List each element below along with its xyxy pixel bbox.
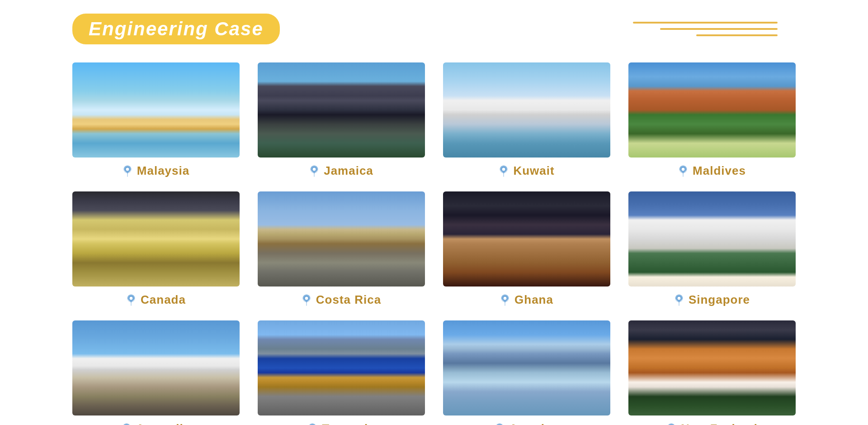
label-newzealand: New Zealand: [666, 422, 758, 425]
location-pin-icon-newzealand: [666, 423, 676, 425]
location-pin-icon-costarica: [302, 294, 311, 306]
country-name-america: America: [509, 422, 559, 425]
country-name-tanzania: Tanzania: [322, 422, 375, 425]
country-name-costarica: Costa Rica: [316, 293, 381, 307]
image-australia: [72, 320, 240, 415]
label-america: America: [495, 422, 559, 425]
image-america: [443, 320, 610, 415]
image-ghana: [443, 191, 610, 287]
location-pin-icon-canada: [126, 294, 136, 306]
engineering-case-grid: Malaysia Jamaica Kuwait Maldives Canada: [72, 62, 796, 425]
card-tanzania[interactable]: Tanzania: [258, 320, 425, 425]
card-maldives[interactable]: Maldives: [628, 62, 796, 178]
deco-line-2: [660, 28, 778, 30]
image-inner-singapore: [628, 191, 796, 287]
card-canada[interactable]: Canada: [72, 191, 240, 307]
country-name-singapore: Singapore: [689, 293, 750, 307]
card-ghana[interactable]: Ghana: [443, 191, 610, 307]
image-inner-america: [443, 320, 610, 415]
card-america[interactable]: America: [443, 320, 610, 425]
image-inner-costarica: [258, 191, 425, 287]
card-newzealand[interactable]: New Zealand: [628, 320, 796, 425]
label-australia: Australia: [122, 422, 190, 425]
country-name-kuwait: Kuwait: [513, 164, 554, 178]
label-jamaica: Jamaica: [309, 164, 373, 178]
country-name-ghana: Ghana: [514, 293, 553, 307]
label-costarica: Costa Rica: [302, 293, 381, 307]
image-inner-malaysia: [72, 62, 240, 158]
svg-point-14: [130, 296, 133, 300]
image-inner-kuwait: [443, 62, 610, 158]
page-wrapper: Engineering Case Malaysia Jamaica Kuw: [0, 0, 868, 425]
location-pin-icon-ghana: [500, 294, 510, 306]
image-inner-canada: [72, 191, 240, 287]
location-pin-icon-jamaica: [309, 165, 319, 177]
svg-point-2: [126, 167, 129, 171]
image-inner-newzealand: [628, 320, 796, 415]
location-pin-icon-australia: [122, 423, 132, 425]
image-canada: [72, 191, 240, 287]
country-name-australia: Australia: [136, 422, 190, 425]
label-malaysia: Malaysia: [123, 164, 189, 178]
card-australia[interactable]: Australia: [72, 320, 240, 425]
svg-point-8: [502, 167, 505, 171]
card-singapore[interactable]: Singapore: [628, 191, 796, 307]
location-pin-icon-tanzania: [307, 423, 317, 425]
page-title: Engineering Case: [89, 18, 264, 39]
country-name-newzealand: New Zealand: [681, 422, 758, 425]
image-inner-ghana: [443, 191, 610, 287]
svg-point-5: [313, 167, 316, 171]
image-newzealand: [628, 320, 796, 415]
location-pin-icon-singapore: [674, 294, 684, 306]
country-name-malaysia: Malaysia: [137, 164, 189, 178]
location-pin-icon-malaysia: [123, 165, 132, 177]
label-tanzania: Tanzania: [307, 422, 375, 425]
svg-point-11: [682, 167, 685, 171]
image-maldives: [628, 62, 796, 158]
label-singapore: Singapore: [674, 293, 750, 307]
svg-point-17: [305, 296, 308, 300]
label-canada: Canada: [126, 293, 186, 307]
image-tanzania: [258, 320, 425, 415]
page-header: Engineering Case: [72, 14, 796, 44]
card-costarica[interactable]: Costa Rica: [258, 191, 425, 307]
image-inner-australia: [72, 320, 240, 415]
country-name-canada: Canada: [141, 293, 186, 307]
card-kuwait[interactable]: Kuwait: [443, 62, 610, 178]
country-name-jamaica: Jamaica: [324, 164, 373, 178]
title-badge: Engineering Case: [72, 14, 280, 44]
deco-line-1: [633, 22, 778, 24]
label-maldives: Maldives: [678, 164, 746, 178]
card-malaysia[interactable]: Malaysia: [72, 62, 240, 178]
location-pin-icon-kuwait: [499, 165, 509, 177]
country-name-maldives: Maldives: [693, 164, 746, 178]
image-inner-tanzania: [258, 320, 425, 415]
label-kuwait: Kuwait: [499, 164, 554, 178]
image-jamaica: [258, 62, 425, 158]
svg-point-23: [677, 296, 680, 300]
image-kuwait: [443, 62, 610, 158]
svg-point-20: [504, 296, 507, 300]
decorative-lines: [633, 22, 796, 36]
location-pin-icon-america: [495, 423, 505, 425]
location-pin-icon-maldives: [678, 165, 688, 177]
deco-line-3: [696, 34, 778, 36]
image-malaysia: [72, 62, 240, 158]
card-jamaica[interactable]: Jamaica: [258, 62, 425, 178]
image-singapore: [628, 191, 796, 287]
image-costarica: [258, 191, 425, 287]
image-inner-jamaica: [258, 62, 425, 158]
image-inner-maldives: [628, 62, 796, 158]
label-ghana: Ghana: [500, 293, 553, 307]
